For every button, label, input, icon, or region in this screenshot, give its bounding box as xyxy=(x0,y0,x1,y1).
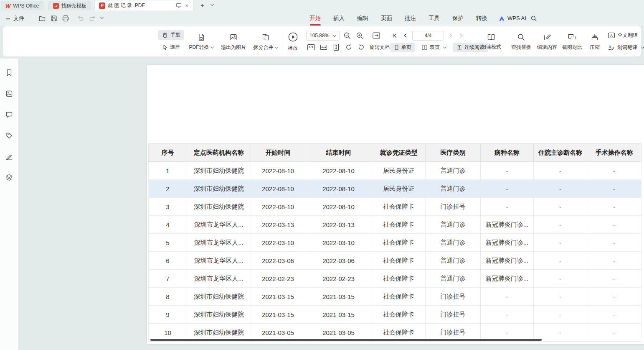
table-cell: - xyxy=(587,270,641,288)
table-cell: 新冠肺炎门诊... xyxy=(481,234,534,252)
full-translation-icon: A xyxy=(608,32,615,38)
table-cell: 5 xyxy=(149,234,187,252)
table-cell: 2022-08-10 xyxy=(305,198,372,216)
tab-list-chevron-icon[interactable] xyxy=(210,3,214,6)
table-cell: 9 xyxy=(149,306,187,324)
compress-button[interactable]: 压缩 xyxy=(585,29,604,54)
layers-panel-button[interactable] xyxy=(3,171,15,183)
rotate-document-label: 旋转文档 xyxy=(370,44,390,51)
tab-convert[interactable]: 转换 xyxy=(470,10,494,26)
first-page-icon xyxy=(392,33,398,38)
tab-tools[interactable]: 工具 xyxy=(422,10,446,26)
wps-ai-label: WPS AI xyxy=(507,15,526,21)
table-cell: 社会保障卡 xyxy=(372,198,426,216)
select-tool-button[interactable]: 选择 xyxy=(158,42,183,52)
tab-insert[interactable]: 插入 xyxy=(327,10,351,26)
rotate-right-button[interactable] xyxy=(356,42,366,52)
zoom-level-select[interactable]: 105.88% xyxy=(306,31,340,41)
page-number-input[interactable]: 4/4 xyxy=(412,31,444,41)
file-menu-button[interactable]: 文件 xyxy=(0,10,29,26)
file-menu-label: 文件 xyxy=(13,15,24,22)
zoom-out-button[interactable] xyxy=(342,31,352,41)
word-translation-button[interactable]: 划词翻译 xyxy=(608,42,644,52)
undo-button[interactable] xyxy=(75,13,86,24)
wps-ai-button[interactable]: WPS AI xyxy=(499,10,526,26)
table-row: 8深圳市妇幼保健院2021-03-152021-03-15社会保障卡门诊挂号--… xyxy=(149,288,641,306)
table-row: 2深圳市妇幼保健院2022-08-102022-08-10居民身份证普通门诊--… xyxy=(149,180,641,198)
open-file-button[interactable] xyxy=(37,13,48,24)
edit-content-button[interactable]: 编辑内容 xyxy=(535,29,559,54)
full-translation-button[interactable]: A 全文翻译 xyxy=(608,30,638,40)
save-button[interactable] xyxy=(48,13,59,24)
pdf-file-icon: P xyxy=(99,3,105,9)
table-cell: 深圳市妇幼保健院 xyxy=(187,306,251,324)
rotate-left-button[interactable] xyxy=(344,42,354,52)
monitor-icon[interactable] xyxy=(176,3,182,8)
word-translation-label: 划词翻译 xyxy=(617,44,637,51)
table-cell: 新冠肺炎门诊... xyxy=(481,252,534,270)
single-page-button[interactable]: 单页 xyxy=(390,43,415,52)
fit-width-button[interactable] xyxy=(319,42,329,52)
signature-panel-button[interactable] xyxy=(3,151,15,162)
table-cell: 居民身份证 xyxy=(372,162,426,180)
first-page-button[interactable] xyxy=(390,31,399,41)
bookmarks-panel-button[interactable] xyxy=(3,67,15,79)
wps-pdf-window: { "titlebar": { "wps_logo_letter": "W", … xyxy=(0,0,644,350)
screenshot-compare-button[interactable]: 截图对比 xyxy=(560,29,584,54)
thumbnail-icon xyxy=(5,90,13,97)
thumbnails-panel-button[interactable] xyxy=(3,88,15,100)
last-page-button[interactable] xyxy=(457,31,466,41)
tab-wps-office[interactable]: W WPS Office xyxy=(1,1,43,10)
close-tab-icon[interactable]: × xyxy=(184,3,189,8)
print-button[interactable] xyxy=(60,13,71,24)
table-cell: - xyxy=(587,324,641,342)
document-workspace: 序号定点医药机构名称开始时间结束时间就诊凭证类型医疗类别病种名称住院主诊断名称手… xyxy=(0,59,644,350)
zoom-out-icon xyxy=(343,31,351,40)
column-header: 就诊凭证类型 xyxy=(372,144,426,162)
fit-selection-button[interactable] xyxy=(371,31,381,41)
table-cell: - xyxy=(534,234,587,252)
export-image-button[interactable]: 输出为图片 xyxy=(217,29,250,54)
table-cell: 2021-03-15 xyxy=(251,306,305,324)
rotate-document-button[interactable]: 旋转文档 xyxy=(369,43,390,52)
comments-panel-button[interactable] xyxy=(3,109,15,120)
double-page-button[interactable]: 双页 xyxy=(418,43,450,52)
quick-actions-chevron-icon[interactable] xyxy=(100,16,104,19)
chevron-down-icon xyxy=(275,46,278,49)
table-cell: 6 xyxy=(149,252,187,270)
layers-icon xyxy=(5,174,13,181)
previous-page-button[interactable] xyxy=(401,31,410,41)
table-cell: - xyxy=(587,234,641,252)
new-tab-button[interactable]: + xyxy=(200,2,204,9)
redo-button[interactable] xyxy=(87,13,98,24)
horizontal-scrollbar-thumb[interactable] xyxy=(150,339,542,341)
tab-edit[interactable]: 编辑 xyxy=(351,10,375,26)
undo-icon xyxy=(77,15,84,22)
table-cell: - xyxy=(587,288,641,306)
table-cell: - xyxy=(587,306,641,324)
table-cell: 2022-08-10 xyxy=(251,162,305,180)
save-icon xyxy=(50,15,58,22)
reading-mode-button[interactable]: 阅读模式 xyxy=(479,29,503,54)
table-cell: - xyxy=(534,198,587,216)
play-button[interactable]: 播放 xyxy=(284,29,302,54)
next-page-button[interactable] xyxy=(446,31,455,41)
hand-tool-button[interactable]: 手型 xyxy=(158,30,184,40)
table-row: 9深圳市妇幼保健院2021-03-152021-03-15社会保障卡门诊挂号--… xyxy=(149,306,641,324)
split-merge-button[interactable]: 拆分合并 xyxy=(251,29,280,54)
zoom-in-button[interactable] xyxy=(355,31,365,41)
tab-page[interactable]: 页面 xyxy=(375,10,398,26)
menu-search-button[interactable] xyxy=(530,10,537,26)
tab-protect[interactable]: 保护 xyxy=(446,10,470,26)
tab-docer-templates[interactable]: 找稻壳模板 xyxy=(48,1,91,10)
tab-home[interactable]: 开始 xyxy=(303,10,327,26)
table-cell: 2022-03-10 xyxy=(305,234,372,252)
actual-size-button[interactable]: 1:1 xyxy=(306,42,316,52)
find-replace-button[interactable]: 查找替换 xyxy=(509,29,533,54)
pdf-convert-button[interactable]: PDF转换 xyxy=(186,29,217,54)
tab-document-pdf[interactable]: P 就 医 记 录 .PDF × xyxy=(94,0,194,10)
tab-comment[interactable]: 批注 xyxy=(398,10,422,26)
tags-panel-button[interactable] xyxy=(3,130,15,141)
fit-page-button[interactable] xyxy=(331,42,341,52)
last-page-icon xyxy=(459,33,464,38)
